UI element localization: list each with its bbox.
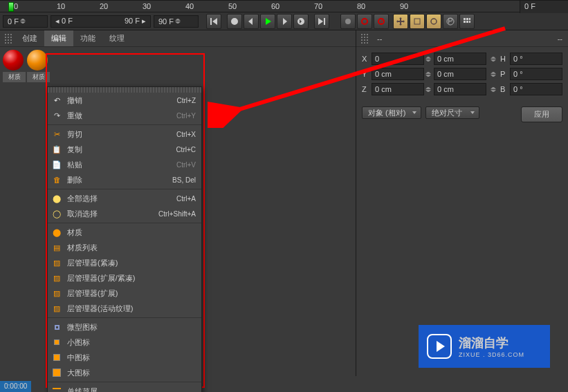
copy-icon: 📋 <box>51 144 63 155</box>
keyframe-sel-button[interactable]: ? <box>374 14 389 29</box>
current-frame-input[interactable]: 0 F <box>3 15 48 28</box>
tab-edit[interactable]: 编辑 <box>44 30 73 46</box>
b-rotation-input[interactable]: 0 ° <box>510 83 562 95</box>
material-item[interactable]: 材质 <box>3 50 26 82</box>
ruler-end-frame[interactable]: 0 F <box>520 1 568 13</box>
prev-frame-button[interactable] <box>244 14 259 29</box>
material-manager-panel: 创建 编辑 功能 纹理 材质 材质 ↶撤销Ctrl+Z ↷重做Ctrl+Y ✂剪… <box>0 30 356 376</box>
medium-icon <box>51 352 63 363</box>
menu-single-line[interactable]: 单线菜屏 <box>48 384 201 392</box>
svg-text:P: P <box>448 17 452 25</box>
tab-texture[interactable]: 纹理 <box>102 30 131 46</box>
watermark-title: 溜溜自学 <box>459 335 524 351</box>
panel-grip-icon[interactable] <box>360 33 369 44</box>
scissors-icon: ✂ <box>51 129 63 140</box>
material-preview-icon <box>3 50 24 71</box>
micro-icon <box>51 321 63 333</box>
scale-tool-button[interactable] <box>410 14 425 29</box>
coord-tab-b[interactable]: -- <box>552 32 568 46</box>
lines-icon <box>51 386 63 392</box>
menu-layer-expand-compact[interactable]: ▨层管理器(扩展/紧凑) <box>48 270 201 286</box>
svg-rect-13 <box>469 21 470 23</box>
small-icon <box>51 337 63 348</box>
watermark-subtitle: ZIXUE . 3D66.COM <box>459 351 524 358</box>
paste-icon: 📄 <box>51 159 63 170</box>
transport-bar: 0 F ◂ 0 F90 F ▸ 90 F ? P <box>0 12 568 30</box>
end-frame-input[interactable]: 90 F <box>154 15 199 28</box>
large-icon <box>51 367 63 378</box>
menu-medium-icons[interactable]: 中图标 <box>48 350 201 365</box>
menu-delete[interactable]: 🗑删除BS, Del <box>48 172 201 187</box>
grid-button[interactable] <box>459 14 475 29</box>
z-size-input[interactable]: 0 cm <box>434 83 486 95</box>
menu-layer-compact[interactable]: ▨层管理器(紧凑) <box>48 255 201 270</box>
next-key-button[interactable] <box>293 14 309 29</box>
menu-layer-expand[interactable]: ▨层管理器(扩展) <box>48 286 201 301</box>
layer-icon: ▨ <box>51 257 63 268</box>
material-label: 材质 <box>27 72 50 82</box>
rotate-tool-button[interactable] <box>426 14 441 29</box>
p-label: P <box>500 70 510 78</box>
edit-context-menu: ↶撤销Ctrl+Z ↷重做Ctrl+Y ✂剪切Ctrl+X 📋复制Ctrl+C … <box>47 86 202 392</box>
undo-icon: ↶ <box>51 95 63 106</box>
select-all-icon: ⬤ <box>51 193 63 204</box>
svg-rect-4 <box>414 19 420 24</box>
x-size-input[interactable]: 0 cm <box>434 53 486 65</box>
x-position-input[interactable]: 0 <box>372 53 424 65</box>
z-position-input[interactable]: 0 cm <box>372 83 424 95</box>
play-logo-icon <box>427 334 452 359</box>
tab-create[interactable]: 创建 <box>15 30 44 46</box>
goto-end-button[interactable] <box>314 14 329 29</box>
deselect-icon: ◯ <box>51 208 63 219</box>
record-button[interactable] <box>340 14 356 29</box>
z-label: Z <box>362 85 372 93</box>
material-item[interactable]: 材质 <box>27 50 50 82</box>
y-position-input[interactable]: 0 cm <box>372 68 424 80</box>
status-time: 0:00:00 <box>0 381 31 392</box>
param-button[interactable]: P <box>443 14 458 29</box>
goto-start-button[interactable] <box>206 14 221 29</box>
svg-point-5 <box>431 19 437 24</box>
object-mode-dropdown[interactable]: 对象 (相对) <box>362 106 421 119</box>
y-size-input[interactable]: 0 cm <box>434 68 486 80</box>
menu-redo[interactable]: ↷重做Ctrl+Y <box>48 108 201 123</box>
tab-function[interactable]: 功能 <box>73 30 102 46</box>
playhead-marker[interactable] <box>8 2 14 12</box>
apply-button[interactable]: 应用 <box>521 106 562 122</box>
svg-rect-10 <box>469 18 470 20</box>
h-rotation-input[interactable]: 0 ° <box>510 53 562 65</box>
menu-micro-icons[interactable]: 微型图标 <box>48 319 201 335</box>
b-label: B <box>500 85 510 93</box>
menu-select-all[interactable]: ⬤全部选择Ctrl+A <box>48 191 201 206</box>
panel-grip-icon[interactable] <box>4 33 12 44</box>
size-mode-dropdown[interactable]: 绝对尺寸 <box>425 106 479 119</box>
material-thumbnails: 材质 材质 <box>0 47 356 85</box>
material-preview-icon <box>27 50 48 71</box>
menu-layer-active[interactable]: ▨层管理器(活动纹理) <box>48 301 201 316</box>
svg-rect-11 <box>464 21 466 23</box>
material-label: 材质 <box>3 72 26 82</box>
menu-deselect[interactable]: ◯取消选择Ctrl+Shift+A <box>48 206 201 221</box>
p-rotation-input[interactable]: 0 ° <box>510 68 562 80</box>
menu-material[interactable]: ⬤材质 <box>48 225 201 240</box>
redo-icon: ↷ <box>51 110 63 121</box>
play-button[interactable] <box>260 14 275 29</box>
menu-material-list[interactable]: ▤材质列表 <box>48 240 201 255</box>
timeline-ruler[interactable]: 0102030405060708090 0 F <box>0 0 568 12</box>
menu-undo[interactable]: ↶撤销Ctrl+Z <box>48 93 201 108</box>
move-tool-button[interactable] <box>393 14 408 29</box>
prev-key-button[interactable] <box>227 14 242 29</box>
menu-small-icons[interactable]: 小图标 <box>48 335 201 350</box>
svg-rect-9 <box>466 18 468 20</box>
menu-large-icons[interactable]: 大图标 <box>48 365 201 380</box>
range-input[interactable]: ◂ 0 F90 F ▸ <box>51 15 151 28</box>
menu-paste[interactable]: 📄粘贴Ctrl+V <box>48 157 201 172</box>
menu-drag-handle[interactable] <box>48 87 201 93</box>
list-icon: ▤ <box>51 242 63 253</box>
next-frame-button[interactable] <box>277 14 292 29</box>
svg-point-1 <box>362 19 367 24</box>
autokey-button[interactable] <box>357 14 372 29</box>
coord-tab-a[interactable]: -- <box>372 32 387 46</box>
menu-cut[interactable]: ✂剪切Ctrl+X <box>48 127 201 142</box>
menu-copy[interactable]: 📋复制Ctrl+C <box>48 142 201 157</box>
